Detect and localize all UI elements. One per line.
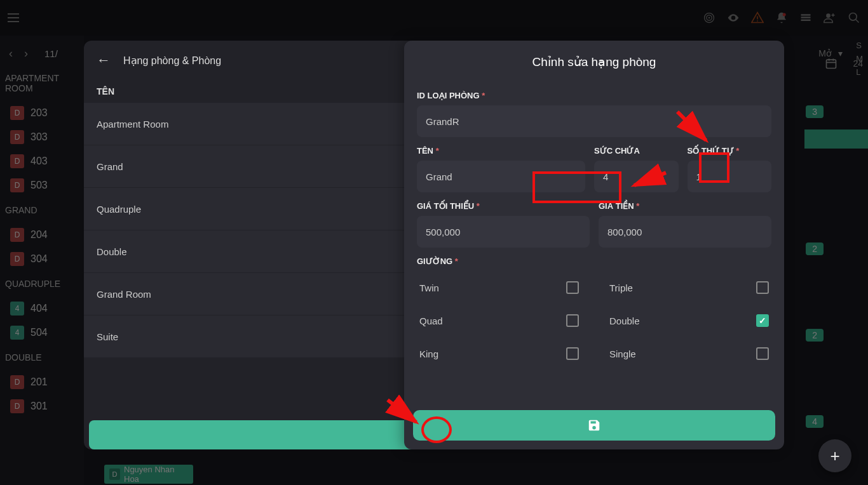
label-price: GIÁ TIỀN * [599,201,771,211]
bed-option: Quad [417,304,581,337]
room-type-name: Quadruple [97,204,141,215]
save-icon [587,418,601,432]
room-type-name: Apartment Room [97,119,168,130]
room-type-name: Grand [97,161,123,172]
bed-name: King [419,349,438,359]
bed-checkbox[interactable] [756,281,769,294]
bed-checkbox[interactable] [566,314,579,327]
label-capacity: SỨC CHỨA [594,146,679,156]
label-order: SỐ THỨ TỰ * [688,146,772,156]
order-field[interactable] [688,161,772,192]
save-button[interactable] [413,410,775,441]
id-field[interactable] [417,105,771,137]
room-type-name: Suite [97,331,118,342]
price-field[interactable] [599,216,771,248]
bed-checkbox[interactable] [756,347,769,360]
bed-name: Double [609,316,640,326]
bed-option: King [417,337,581,370]
edit-modal: Chỉnh sửa hạng phòng ID LOẠI PHÒNG * TÊN… [404,41,784,449]
name-field[interactable] [417,161,585,192]
bed-option: Twin [417,271,581,304]
bed-checkbox[interactable] [756,314,769,327]
label-minprice: GIÁ TỐI THIỂU * [417,201,590,211]
bed-option: Double [607,304,771,337]
bed-name: Twin [419,282,439,293]
bed-option: Single [607,337,771,370]
back-icon[interactable]: ← [97,52,111,69]
bed-option: Triple [607,271,771,304]
minprice-field[interactable] [417,216,590,248]
room-type-name: Double [97,246,127,257]
bed-name: Triple [609,282,633,293]
label-id: ID LOẠI PHÒNG * [417,91,771,100]
bed-checkbox[interactable] [566,347,579,360]
fab-add-button[interactable]: + [818,439,851,472]
bed-name: Quad [419,316,443,326]
modal-title: Chỉnh sửa hạng phòng [417,55,771,69]
bed-name: Single [609,349,636,359]
room-type-name: Grand Room [97,289,151,300]
capacity-field[interactable] [594,161,679,192]
label-name: TÊN * [417,146,585,156]
panel-title: Hạng phòng & Phòng [123,55,221,67]
label-bed: GIƯỜNG * [417,256,771,266]
bed-checkbox[interactable] [566,281,579,294]
